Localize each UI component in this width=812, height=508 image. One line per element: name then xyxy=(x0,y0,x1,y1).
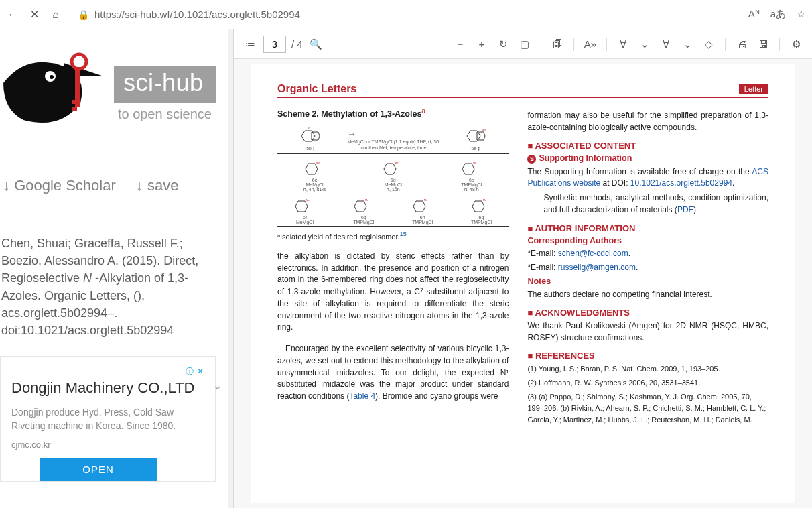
splitter[interactable] xyxy=(228,29,234,508)
page-input[interactable] xyxy=(263,36,286,53)
svg-text:R: R xyxy=(308,127,310,130)
scihub-logo xyxy=(0,29,114,143)
url-text: https://sci-hub.wf/10.1021/acs.orglett.5… xyxy=(94,9,300,20)
save-icon[interactable]: 🖫 xyxy=(755,36,771,52)
chevron-down-icon[interactable]: ⌄ xyxy=(679,36,695,52)
rotate-icon[interactable]: ↻ xyxy=(495,36,511,52)
doi-link[interactable]: 10.1021/acs.orglett.5b02994 xyxy=(630,178,732,188)
draw-icon[interactable]: ∀ xyxy=(615,36,631,52)
fit-page-icon[interactable]: ▢ xyxy=(517,36,533,52)
scihub-sidebar: sci-hub to open science Google Scholar s… xyxy=(0,29,228,508)
svg-point-1 xyxy=(50,75,54,79)
svg-rect-5 xyxy=(72,107,77,111)
svg-text:Me: Me xyxy=(473,161,477,164)
translate-icon[interactable]: aあ xyxy=(770,8,786,21)
pdf-viewer: ≔ / 4 🔍 − + ↻ ▢ 🗐 A» ∀ ⌄ ∀ ⌄ ◇ 🖨 🖫 ⚙ xyxy=(234,29,812,508)
address-bar[interactable]: 🔒 https://sci-hub.wf/10.1021/acs.orglett… xyxy=(71,6,739,23)
contents-icon[interactable]: ≔ xyxy=(242,36,258,52)
scheme-title: Scheme 2. Methylation of 1,3-Azolesa xyxy=(277,107,509,119)
home-button[interactable]: ⌂ xyxy=(50,9,62,21)
ad-description: Dongjin produce Hyd. Press, Cold Saw Riv… xyxy=(11,405,204,433)
back-button[interactable]: ← xyxy=(7,9,19,21)
read-aloud-icon[interactable]: A» xyxy=(582,36,598,52)
scroll-indicator[interactable]: ⌄ xyxy=(212,378,222,393)
article-type-badge: Letter xyxy=(739,84,768,94)
reference-item: (3) (a) Pappo, D.; Shimony, S.; Kashman,… xyxy=(527,391,768,426)
svg-text:Me: Me xyxy=(365,198,369,202)
browser-right-controls: Aᴺ aあ ☆ xyxy=(748,8,805,21)
reference-item: (2) Hoffmann, R. W. Synthesis 2006, 20, … xyxy=(527,377,768,389)
svg-marker-20 xyxy=(354,201,366,212)
zoom-in-icon[interactable]: + xyxy=(474,36,490,52)
svg-text:Me: Me xyxy=(316,161,320,164)
ad-open-button[interactable]: OPEN xyxy=(40,458,157,481)
section-heading: REFERENCES xyxy=(527,351,768,361)
subheading: Notes xyxy=(527,277,768,286)
ad-url: cjmc.co.kr xyxy=(11,440,204,450)
save-link[interactable]: save xyxy=(136,177,179,194)
find-icon[interactable]: 🔍 xyxy=(308,36,324,52)
subheading: Corresponding Authors xyxy=(527,236,768,245)
section-heading: ACKNOWLEDGMENTS xyxy=(527,308,768,318)
chevron-down-icon[interactable]: ⌄ xyxy=(636,36,653,52)
scheme-footnote: ᵃIsolated yield of desired regioisomer.1… xyxy=(277,231,509,241)
settings-icon[interactable]: ⚙ xyxy=(788,36,804,52)
svg-text:Me: Me xyxy=(424,198,428,202)
zoom-out-icon[interactable]: − xyxy=(452,36,468,52)
si-text: The Supporting Information is available … xyxy=(527,166,768,190)
section-heading: AUTHOR INFORMATION xyxy=(527,223,768,233)
highlight-icon[interactable]: ∀ xyxy=(658,36,674,52)
lock-icon: 🔒 xyxy=(78,9,89,20)
close-button[interactable]: ✕ xyxy=(28,9,40,21)
ad-close-icon[interactable]: ⓘ ✕ xyxy=(11,366,204,377)
erase-icon[interactable]: ◇ xyxy=(701,36,717,52)
svg-point-2 xyxy=(72,54,86,69)
svg-marker-12 xyxy=(306,164,318,174)
ad-title: Dongjin Machinery CO.,LTD xyxy=(11,379,204,398)
pdf-page: Organic Letters Letter Scheme 2. Methyla… xyxy=(251,64,795,503)
svg-marker-24 xyxy=(472,201,484,212)
subheading: SSupporting Information xyxy=(527,153,768,164)
svg-text:Me: Me xyxy=(395,161,399,164)
tagline: to open science xyxy=(114,107,216,122)
author-email: *E-mail: schen@fc-cdci.com. xyxy=(527,248,768,260)
favorite-icon[interactable]: ☆ xyxy=(797,8,805,21)
journal-name: Organic Letters xyxy=(277,83,356,95)
section-heading: ASSOCIATED CONTENT xyxy=(527,141,768,151)
svg-text:Me: Me xyxy=(306,198,310,202)
scheme-figure: R5b-j →MeMgCl or TMPMgCl (1.1 equiv) THF… xyxy=(277,123,509,227)
reference-item: (1) Young, I. S.; Baran, P. S. Nat. Chem… xyxy=(527,363,768,375)
page-view-icon[interactable]: 🗐 xyxy=(549,36,565,52)
svg-marker-18 xyxy=(295,201,308,212)
notes-text: The authors declare no competing financi… xyxy=(527,289,768,301)
citation-text: Chen, Shuai; Graceffa, Russell F.; Boezi… xyxy=(0,235,216,340)
print-icon[interactable]: 🖨 xyxy=(734,36,750,52)
google-scholar-link[interactable]: Google Scholar xyxy=(3,177,116,194)
svg-marker-16 xyxy=(462,164,474,174)
body-paragraph: formation may also be useful for the sim… xyxy=(527,110,768,134)
si-detail: Synthetic methods, analytical methods, c… xyxy=(527,192,768,216)
page-total: / 4 xyxy=(291,38,303,50)
advertisement[interactable]: ⓘ ✕ Dongjin Machinery CO.,LTD Dongjin pr… xyxy=(0,356,216,482)
ack-text: We thank Paul Krolikowski (Amgen) for 2D… xyxy=(527,320,768,344)
svg-text:Me: Me xyxy=(483,198,487,202)
brand-name: sci-hub xyxy=(114,66,216,103)
svg-marker-14 xyxy=(384,164,396,174)
pdf-toolbar: ≔ / 4 🔍 − + ↻ ▢ 🗐 A» ∀ ⌄ ∀ ⌄ ◇ 🖨 🖫 ⚙ xyxy=(234,29,812,59)
browser-toolbar: ← ✕ ⌂ 🔒 https://sci-hub.wf/10.1021/acs.o… xyxy=(0,0,812,29)
svg-rect-4 xyxy=(72,100,77,104)
read-aloud-icon[interactable]: Aᴺ xyxy=(748,8,760,21)
author-email: *E-mail: russellg@amgen.com. xyxy=(527,262,768,274)
svg-text:Me: Me xyxy=(482,128,486,131)
body-paragraph: the alkylation is dictated by steric eff… xyxy=(277,251,509,334)
svg-marker-22 xyxy=(413,201,425,212)
body-paragraph: Encouraged by the excellent selectivity … xyxy=(277,343,509,403)
